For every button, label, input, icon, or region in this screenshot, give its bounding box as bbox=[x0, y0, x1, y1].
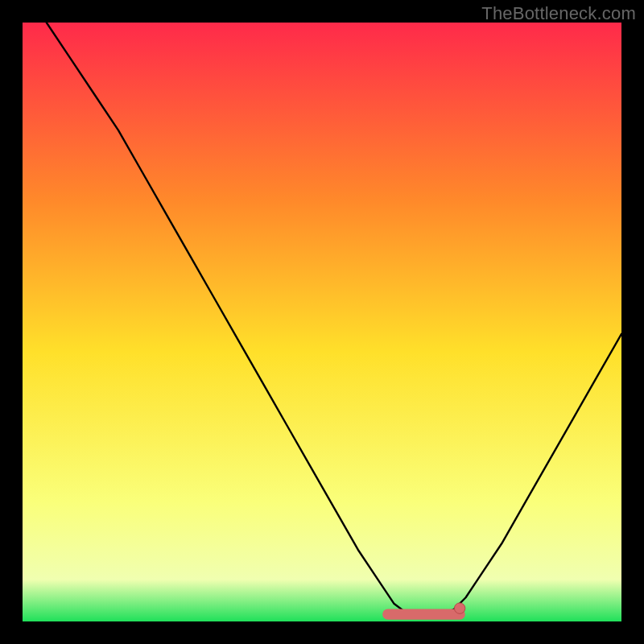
bottleneck-curve-svg bbox=[23, 23, 621, 621]
chart-container: TheBottleneck.com bbox=[0, 0, 644, 644]
gradient-background bbox=[23, 23, 621, 621]
watermark-text: TheBottleneck.com bbox=[481, 3, 636, 24]
plot-area bbox=[23, 23, 621, 621]
current-config-marker bbox=[454, 603, 464, 613]
